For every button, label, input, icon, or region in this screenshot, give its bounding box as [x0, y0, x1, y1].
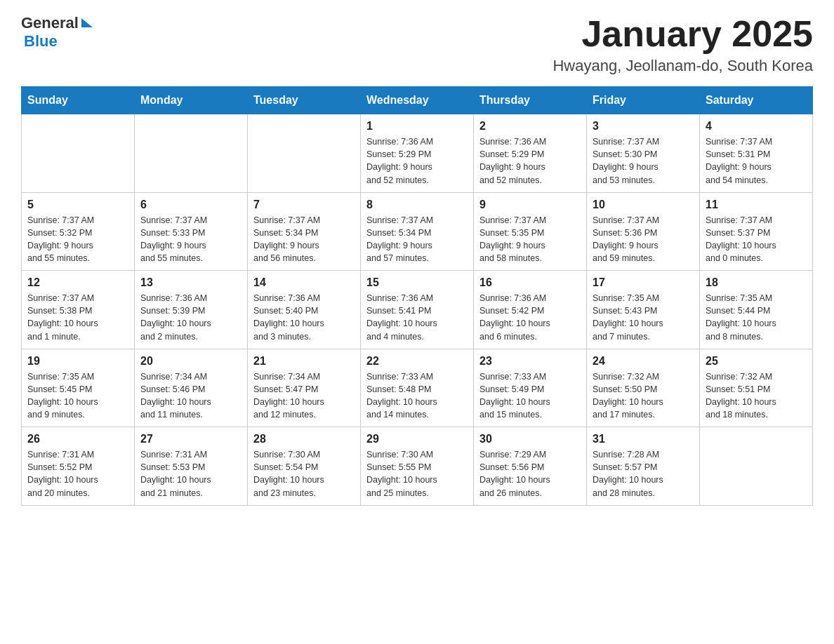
- calendar-cell: [700, 427, 813, 506]
- calendar-cell: 10Sunrise: 7:37 AM Sunset: 5:36 PM Dayli…: [587, 192, 700, 271]
- calendar-header-row: SundayMondayTuesdayWednesdayThursdayFrid…: [22, 87, 813, 114]
- day-header-wednesday: Wednesday: [361, 87, 474, 114]
- calendar-cell: 8Sunrise: 7:37 AM Sunset: 5:34 PM Daylig…: [361, 192, 474, 271]
- cell-date-number: 31: [593, 433, 694, 445]
- calendar-table: SundayMondayTuesdayWednesdayThursdayFrid…: [21, 86, 813, 506]
- cell-info-text: Sunrise: 7:31 AM Sunset: 5:53 PM Dayligh…: [140, 448, 241, 499]
- cell-info-text: Sunrise: 7:37 AM Sunset: 5:36 PM Dayligh…: [593, 214, 694, 265]
- calendar-cell: 16Sunrise: 7:36 AM Sunset: 5:42 PM Dayli…: [474, 271, 587, 349]
- cell-info-text: Sunrise: 7:28 AM Sunset: 5:57 PM Dayligh…: [593, 448, 694, 499]
- calendar-cell: 19Sunrise: 7:35 AM Sunset: 5:45 PM Dayli…: [22, 349, 135, 427]
- calendar-cell: 2Sunrise: 7:36 AM Sunset: 5:29 PM Daylig…: [474, 114, 587, 193]
- calendar-cell: [135, 114, 248, 193]
- calendar-cell: 5Sunrise: 7:37 AM Sunset: 5:32 PM Daylig…: [22, 192, 135, 271]
- calendar-cell: 4Sunrise: 7:37 AM Sunset: 5:31 PM Daylig…: [700, 114, 813, 193]
- calendar-cell: [22, 114, 135, 193]
- cell-date-number: 26: [27, 433, 128, 445]
- calendar-cell: 9Sunrise: 7:37 AM Sunset: 5:35 PM Daylig…: [474, 192, 587, 271]
- cell-info-text: Sunrise: 7:31 AM Sunset: 5:52 PM Dayligh…: [27, 448, 128, 499]
- cell-date-number: 12: [27, 276, 128, 289]
- cell-info-text: Sunrise: 7:32 AM Sunset: 5:51 PM Dayligh…: [706, 370, 807, 422]
- day-header-tuesday: Tuesday: [248, 87, 361, 114]
- day-header-monday: Monday: [135, 87, 248, 114]
- calendar-cell: 22Sunrise: 7:33 AM Sunset: 5:48 PM Dayli…: [361, 349, 474, 427]
- calendar-cell: 6Sunrise: 7:37 AM Sunset: 5:33 PM Daylig…: [135, 192, 248, 271]
- cell-info-text: Sunrise: 7:34 AM Sunset: 5:46 PM Dayligh…: [140, 370, 241, 422]
- page-title: January 2025: [552, 14, 813, 54]
- calendar-week-row: 12Sunrise: 7:37 AM Sunset: 5:38 PM Dayli…: [22, 271, 813, 349]
- calendar-week-row: 1Sunrise: 7:36 AM Sunset: 5:29 PM Daylig…: [22, 114, 813, 193]
- title-section: January 2025 Hwayang, Jeollanam-do, Sout…: [552, 14, 813, 75]
- cell-info-text: Sunrise: 7:37 AM Sunset: 5:34 PM Dayligh…: [366, 214, 468, 265]
- cell-date-number: 2: [479, 120, 581, 133]
- calendar-cell: 23Sunrise: 7:33 AM Sunset: 5:49 PM Dayli…: [474, 349, 587, 427]
- cell-info-text: Sunrise: 7:37 AM Sunset: 5:38 PM Dayligh…: [27, 292, 128, 343]
- cell-date-number: 4: [706, 120, 807, 133]
- cell-date-number: 1: [366, 120, 468, 133]
- cell-date-number: 21: [253, 355, 355, 368]
- day-header-sunday: Sunday: [22, 87, 135, 114]
- cell-info-text: Sunrise: 7:32 AM Sunset: 5:50 PM Dayligh…: [593, 370, 694, 422]
- logo-blue-text: Blue: [24, 32, 58, 51]
- cell-info-text: Sunrise: 7:36 AM Sunset: 5:29 PM Dayligh…: [479, 135, 581, 187]
- cell-info-text: Sunrise: 7:37 AM Sunset: 5:31 PM Dayligh…: [706, 135, 807, 187]
- cell-info-text: Sunrise: 7:37 AM Sunset: 5:33 PM Dayligh…: [140, 214, 241, 265]
- cell-date-number: 16: [479, 276, 581, 289]
- cell-date-number: 15: [366, 276, 468, 289]
- cell-date-number: 17: [593, 276, 694, 289]
- calendar-cell: 15Sunrise: 7:36 AM Sunset: 5:41 PM Dayli…: [361, 271, 474, 349]
- calendar-cell: 31Sunrise: 7:28 AM Sunset: 5:57 PM Dayli…: [587, 427, 700, 506]
- cell-date-number: 24: [593, 355, 694, 368]
- cell-date-number: 22: [366, 355, 468, 368]
- calendar-cell: 7Sunrise: 7:37 AM Sunset: 5:34 PM Daylig…: [248, 192, 361, 271]
- cell-info-text: Sunrise: 7:37 AM Sunset: 5:30 PM Dayligh…: [593, 135, 694, 187]
- cell-date-number: 3: [593, 120, 694, 133]
- logo-general-text: General: [21, 14, 79, 32]
- calendar-cell: 30Sunrise: 7:29 AM Sunset: 5:56 PM Dayli…: [474, 427, 587, 506]
- cell-date-number: 18: [706, 276, 807, 289]
- cell-info-text: Sunrise: 7:33 AM Sunset: 5:48 PM Dayligh…: [366, 370, 468, 422]
- cell-date-number: 23: [479, 355, 581, 368]
- calendar-cell: [248, 114, 361, 193]
- cell-info-text: Sunrise: 7:37 AM Sunset: 5:35 PM Dayligh…: [479, 214, 581, 265]
- calendar-cell: 29Sunrise: 7:30 AM Sunset: 5:55 PM Dayli…: [361, 427, 474, 506]
- calendar-cell: 14Sunrise: 7:36 AM Sunset: 5:40 PM Dayli…: [248, 271, 361, 349]
- cell-info-text: Sunrise: 7:37 AM Sunset: 5:37 PM Dayligh…: [706, 214, 807, 265]
- cell-info-text: Sunrise: 7:37 AM Sunset: 5:32 PM Dayligh…: [27, 214, 128, 265]
- cell-date-number: 6: [140, 199, 241, 211]
- calendar-cell: 17Sunrise: 7:35 AM Sunset: 5:43 PM Dayli…: [587, 271, 700, 349]
- cell-date-number: 8: [366, 199, 468, 211]
- calendar-week-row: 19Sunrise: 7:35 AM Sunset: 5:45 PM Dayli…: [22, 349, 813, 427]
- cell-info-text: Sunrise: 7:36 AM Sunset: 5:29 PM Dayligh…: [366, 135, 468, 187]
- cell-date-number: 25: [706, 355, 807, 368]
- cell-info-text: Sunrise: 7:34 AM Sunset: 5:47 PM Dayligh…: [253, 370, 355, 422]
- calendar-cell: 24Sunrise: 7:32 AM Sunset: 5:50 PM Dayli…: [587, 349, 700, 427]
- logo: General Blue: [21, 14, 93, 51]
- cell-date-number: 13: [140, 276, 241, 289]
- cell-info-text: Sunrise: 7:35 AM Sunset: 5:45 PM Dayligh…: [27, 370, 128, 422]
- calendar-cell: 1Sunrise: 7:36 AM Sunset: 5:29 PM Daylig…: [361, 114, 474, 193]
- cell-date-number: 20: [140, 355, 241, 368]
- cell-info-text: Sunrise: 7:37 AM Sunset: 5:34 PM Dayligh…: [253, 214, 355, 265]
- cell-date-number: 28: [253, 433, 355, 445]
- cell-date-number: 14: [253, 276, 355, 289]
- cell-info-text: Sunrise: 7:30 AM Sunset: 5:55 PM Dayligh…: [366, 448, 468, 499]
- calendar-cell: 27Sunrise: 7:31 AM Sunset: 5:53 PM Dayli…: [135, 427, 248, 506]
- cell-date-number: 29: [366, 433, 468, 445]
- cell-info-text: Sunrise: 7:29 AM Sunset: 5:56 PM Dayligh…: [479, 448, 581, 499]
- day-header-thursday: Thursday: [474, 87, 587, 114]
- calendar-week-row: 5Sunrise: 7:37 AM Sunset: 5:32 PM Daylig…: [22, 192, 813, 271]
- day-header-friday: Friday: [587, 87, 700, 114]
- calendar-cell: 11Sunrise: 7:37 AM Sunset: 5:37 PM Dayli…: [700, 192, 813, 271]
- calendar-cell: 3Sunrise: 7:37 AM Sunset: 5:30 PM Daylig…: [587, 114, 700, 193]
- page-subtitle: Hwayang, Jeollanam-do, South Korea: [552, 57, 813, 75]
- logo-triangle-icon: [81, 18, 93, 27]
- calendar-cell: 18Sunrise: 7:35 AM Sunset: 5:44 PM Dayli…: [700, 271, 813, 349]
- cell-date-number: 5: [27, 199, 128, 211]
- cell-date-number: 30: [479, 433, 581, 445]
- day-header-saturday: Saturday: [700, 87, 813, 114]
- calendar-cell: 21Sunrise: 7:34 AM Sunset: 5:47 PM Dayli…: [248, 349, 361, 427]
- cell-info-text: Sunrise: 7:30 AM Sunset: 5:54 PM Dayligh…: [253, 448, 355, 499]
- cell-date-number: 7: [253, 199, 355, 211]
- calendar-week-row: 26Sunrise: 7:31 AM Sunset: 5:52 PM Dayli…: [22, 427, 813, 506]
